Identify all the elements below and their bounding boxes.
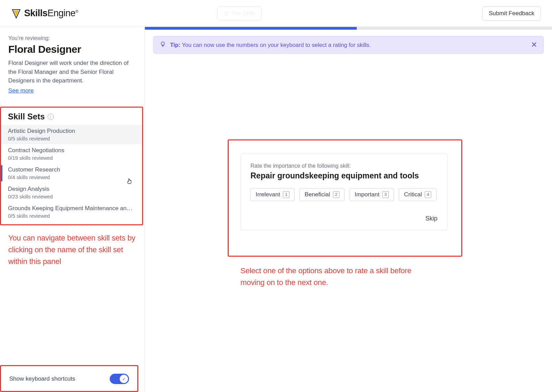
rating-critical-button[interactable]: Critical 4 <box>399 188 436 201</box>
sidebar: You're reviewing: Floral Designer Floral… <box>0 27 145 392</box>
skill-set-item-contract[interactable]: Contract Negotiations 0/19 skills review… <box>1 144 142 164</box>
progress-bar <box>145 27 552 30</box>
see-more-link[interactable]: See more <box>8 87 136 94</box>
rating-card: Rate the importance of the following ski… <box>240 154 447 230</box>
rating-irrelevant-button[interactable]: Irrelevant 1 <box>250 188 295 201</box>
annotation-sidebar: You can navigate between skill sets by c… <box>8 232 136 267</box>
progress-fill <box>145 27 357 30</box>
annotation-main: Select one of the options above to rate … <box>240 265 420 288</box>
skill-name: Repair groundskeeping equipment and tool… <box>250 171 437 180</box>
job-title: Floral Designer <box>8 43 136 55</box>
key-hint: 1 <box>283 191 289 198</box>
tip-banner: Tip: You can now use the numbers on your… <box>153 36 544 54</box>
key-hint: 3 <box>382 191 389 198</box>
shortcuts-label: Show keyboard shortcuts <box>9 375 75 382</box>
submit-feedback-button[interactable]: Submit Feedback <box>482 6 541 21</box>
rating-label: Critical <box>404 191 422 198</box>
skill-set-progress: 0/23 skills reviewed <box>8 194 135 199</box>
rating-label: Irrelevant <box>256 191 280 198</box>
app-header: SkillsEngine® ☰ The Skills Submit Feedba… <box>0 0 552 27</box>
skill-set-progress: 0/5 skills reviewed <box>8 213 135 219</box>
rating-beneficial-button[interactable]: Beneficial 2 <box>299 188 345 201</box>
skill-set-name: Artistic Design Production <box>8 128 135 135</box>
close-icon[interactable]: ✕ <box>531 41 537 49</box>
logo-icon <box>11 8 21 19</box>
job-description: Floral Designer will work under the dire… <box>8 59 136 85</box>
skill-set-item-customer[interactable]: Customer Research 0/4 skills reviewed <box>1 164 142 183</box>
key-hint: 4 <box>425 191 431 198</box>
rating-label: Beneficial <box>305 191 330 198</box>
the-skills-button[interactable]: ☰ The Skills <box>217 6 262 20</box>
rate-prompt: Rate the importance of the following ski… <box>250 163 437 169</box>
brand-logo: SkillsEngine® <box>11 8 78 19</box>
skill-set-name: Design Analysis <box>8 186 135 193</box>
shortcuts-toggle[interactable] <box>110 374 129 384</box>
rating-important-button[interactable]: Important 3 <box>349 188 394 201</box>
main-content: Tip: You can now use the numbers on your… <box>145 27 552 392</box>
info-icon[interactable]: i <box>48 114 54 120</box>
cursor-icon <box>127 178 132 185</box>
skill-set-item-artistic[interactable]: Artistic Design Production 0/5 skills re… <box>1 125 142 144</box>
rating-label: Important <box>355 191 379 198</box>
rating-buttons: Irrelevant 1 Beneficial 2 Important 3 Cr… <box>250 188 437 201</box>
skill-set-name: Customer Research <box>8 166 135 173</box>
reviewing-label: You're reviewing: <box>8 35 136 41</box>
skill-set-name: Grounds Keeping Equipment Maintenance an… <box>8 205 135 212</box>
rating-annotation-outline: Rate the importance of the following ski… <box>228 139 462 257</box>
lightbulb-icon <box>160 41 166 49</box>
skill-set-progress: 0/5 skills reviewed <box>8 136 135 141</box>
skill-set-name: Contract Negotiations <box>8 147 135 154</box>
skill-set-progress: 0/19 skills reviewed <box>8 155 135 161</box>
key-hint: 2 <box>333 191 339 198</box>
tip-label: Tip: <box>170 42 180 48</box>
skill-set-progress: 0/4 skills reviewed <box>8 174 135 180</box>
header-center: ☰ The Skills <box>217 6 262 20</box>
keyboard-shortcuts-panel: Show keyboard shortcuts <box>0 365 138 392</box>
list-icon: ☰ <box>224 10 229 17</box>
skill-sets-panel: Skill Sets i Artistic Design Production … <box>0 107 143 225</box>
skill-sets-title: Skill Sets <box>8 112 45 121</box>
skill-set-item-grounds[interactable]: Grounds Keeping Equipment Maintenance an… <box>1 202 142 222</box>
the-skills-label: The Skills <box>231 10 255 17</box>
skip-button[interactable]: Skip <box>425 215 437 222</box>
tip-text: You can now use the numbers on your keyb… <box>182 42 371 48</box>
brand-name: SkillsEngine® <box>24 8 78 19</box>
skill-set-item-design[interactable]: Design Analysis 0/23 skills reviewed <box>1 183 142 202</box>
